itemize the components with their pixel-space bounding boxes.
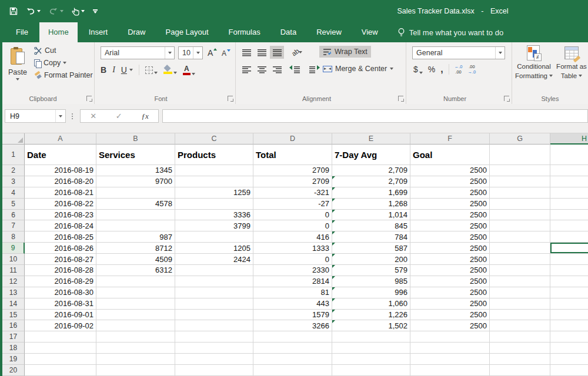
- row-header-19[interactable]: 19: [2, 354, 25, 365]
- row-header-20[interactable]: 20: [2, 365, 25, 376]
- column-header-G[interactable]: G: [490, 133, 550, 145]
- cell-F12[interactable]: 2500: [410, 276, 490, 287]
- cell-E12[interactable]: 985: [332, 276, 410, 287]
- cell-F7[interactable]: 2500: [410, 220, 490, 231]
- cell-E2[interactable]: 2,709: [332, 165, 410, 176]
- cell-B7[interactable]: [96, 220, 175, 231]
- cell-F5[interactable]: 2500: [410, 199, 490, 210]
- cell-B11[interactable]: 6312: [96, 265, 175, 276]
- cell-D4[interactable]: -321: [253, 187, 332, 199]
- font-name-combo[interactable]: Arial: [101, 46, 175, 59]
- cell-D11[interactable]: 2330: [253, 265, 332, 276]
- formula-input[interactable]: [162, 109, 588, 123]
- fill-color-dropdown[interactable]: [173, 72, 177, 74]
- cell-F15[interactable]: 2500: [410, 310, 490, 321]
- cell-F19[interactable]: [410, 354, 490, 365]
- cell-H18[interactable]: [550, 343, 588, 354]
- cancel-button[interactable]: ✕: [90, 112, 96, 120]
- cell-D5[interactable]: -27: [253, 199, 332, 210]
- cell-F16[interactable]: 2500: [410, 320, 490, 331]
- underline-dropdown[interactable]: [129, 69, 133, 71]
- cell-C11[interactable]: [175, 265, 253, 276]
- cell-C8[interactable]: [175, 231, 253, 243]
- font-size-combo[interactable]: 10: [178, 46, 203, 59]
- bottom-align-button[interactable]: [270, 46, 284, 59]
- cell-B20[interactable]: [96, 365, 175, 376]
- increase-font-size-button[interactable]: A: [208, 48, 217, 58]
- cell-E20[interactable]: [332, 365, 410, 376]
- cell-F17[interactable]: [410, 331, 490, 343]
- cell-B14[interactable]: [96, 298, 175, 310]
- cell-C18[interactable]: [175, 343, 253, 354]
- cell-G11[interactable]: [490, 265, 550, 276]
- cell-E5[interactable]: 1,268: [332, 199, 410, 210]
- tab-review[interactable]: Review: [308, 22, 350, 42]
- cell-E10[interactable]: 200: [332, 254, 410, 265]
- row-header-16[interactable]: 16: [2, 320, 25, 331]
- cell-E3[interactable]: 2,709: [332, 176, 410, 187]
- cell-B9[interactable]: 8712: [96, 243, 175, 254]
- cell-D15[interactable]: 1579: [253, 310, 332, 321]
- cell-H10[interactable]: [550, 254, 588, 265]
- cell-A11[interactable]: 2016-08-28: [25, 265, 96, 276]
- tab-insert[interactable]: Insert: [80, 22, 117, 42]
- bold-button[interactable]: B: [101, 65, 106, 75]
- cell-H7[interactable]: [550, 220, 588, 231]
- cell-G13[interactable]: [490, 287, 550, 298]
- cell-E4[interactable]: 1,699: [332, 187, 410, 199]
- underline-button[interactable]: U: [121, 65, 127, 75]
- cell-F3[interactable]: 2500: [410, 176, 490, 187]
- cell-A10[interactable]: 2016-08-27: [25, 254, 96, 265]
- cell-F20[interactable]: [410, 365, 490, 376]
- cell-E14[interactable]: 1,060: [332, 298, 410, 310]
- cell-F9[interactable]: 2500: [410, 243, 490, 254]
- paste-button[interactable]: Paste: [4, 45, 31, 93]
- cell-C5[interactable]: [175, 199, 253, 210]
- cell-D12[interactable]: 2814: [253, 276, 332, 287]
- cell-A8[interactable]: 2016-08-25: [25, 231, 96, 243]
- cell-D9[interactable]: 1333: [253, 243, 332, 254]
- cell-C15[interactable]: [175, 310, 253, 321]
- cell-D16[interactable]: 3266: [253, 320, 332, 331]
- cut-button[interactable]: Cut: [34, 46, 93, 55]
- cell-G9[interactable]: [490, 243, 550, 254]
- cell-D1[interactable]: Total: [253, 145, 332, 165]
- row-header-14[interactable]: 14: [2, 298, 25, 310]
- row-header-18[interactable]: 18: [2, 343, 25, 354]
- cell-G14[interactable]: [490, 298, 550, 310]
- cell-A14[interactable]: 2016-08-31: [25, 298, 96, 310]
- align-left-button[interactable]: [239, 63, 253, 76]
- cell-A7[interactable]: 2016-08-24: [25, 220, 96, 231]
- row-header-6[interactable]: 6: [2, 210, 25, 221]
- cell-H12[interactable]: [550, 276, 588, 287]
- cell-G18[interactable]: [490, 343, 550, 354]
- cell-B4[interactable]: [96, 187, 175, 199]
- cell-G20[interactable]: [490, 365, 550, 376]
- cell-A9[interactable]: 2016-08-26: [25, 243, 96, 254]
- cell-H6[interactable]: [550, 210, 588, 221]
- row-header-17[interactable]: 17: [2, 331, 25, 343]
- cell-H14[interactable]: [550, 298, 588, 310]
- conditional-formatting-dropdown[interactable]: [549, 75, 553, 77]
- cell-D17[interactable]: [253, 331, 332, 343]
- clipboard-dialog-launcher[interactable]: [86, 96, 92, 101]
- borders-dropdown[interactable]: [154, 72, 158, 74]
- cell-G12[interactable]: [490, 276, 550, 287]
- cell-A18[interactable]: [25, 343, 96, 354]
- column-header-H[interactable]: H: [550, 133, 588, 145]
- increase-decimal-button[interactable]: ←.0 .00: [455, 65, 463, 74]
- cell-C14[interactable]: [175, 298, 253, 310]
- column-header-D[interactable]: D: [253, 133, 332, 145]
- cell-B18[interactable]: [96, 343, 175, 354]
- cell-D14[interactable]: 443: [253, 298, 332, 310]
- select-all-button[interactable]: [2, 133, 25, 145]
- enter-button[interactable]: ✓: [116, 112, 122, 120]
- row-header-4[interactable]: 4: [2, 187, 25, 199]
- accounting-format-button[interactable]: $: [413, 65, 423, 74]
- cell-E6[interactable]: 1,014: [332, 210, 410, 221]
- cell-A19[interactable]: [25, 354, 96, 365]
- number-format-dropdown[interactable]: [499, 52, 502, 54]
- cell-A5[interactable]: 2016-08-22: [25, 199, 96, 210]
- cell-E8[interactable]: 784: [332, 231, 410, 243]
- font-name-dropdown[interactable]: [168, 52, 172, 54]
